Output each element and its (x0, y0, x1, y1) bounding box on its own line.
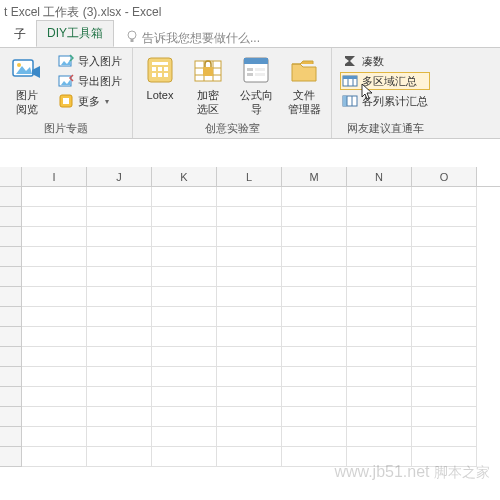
cell[interactable] (217, 447, 282, 467)
cell[interactable] (152, 307, 217, 327)
cell[interactable] (152, 287, 217, 307)
cell[interactable] (22, 347, 87, 367)
cell[interactable] (152, 387, 217, 407)
cell[interactable] (282, 267, 347, 287)
cell[interactable] (412, 327, 477, 347)
col-header-edge[interactable] (0, 167, 22, 186)
file-manager-button[interactable]: 文件 管理器 (285, 52, 323, 118)
cell[interactable] (22, 327, 87, 347)
cell[interactable] (217, 367, 282, 387)
cell[interactable] (282, 247, 347, 267)
cell[interactable] (412, 367, 477, 387)
cell[interactable] (347, 187, 412, 207)
row-header[interactable] (0, 387, 22, 407)
row-header[interactable] (0, 407, 22, 427)
cell[interactable] (152, 207, 217, 227)
lotex-button[interactable]: Lotex (141, 52, 179, 104)
cell[interactable] (22, 367, 87, 387)
col-header[interactable]: J (87, 167, 152, 186)
cell[interactable] (152, 407, 217, 427)
cell[interactable] (412, 187, 477, 207)
tell-me-box[interactable]: 告诉我您想要做什么... (114, 30, 260, 47)
cell[interactable] (217, 227, 282, 247)
cell[interactable] (217, 207, 282, 227)
cell[interactable] (87, 187, 152, 207)
cell[interactable] (152, 187, 217, 207)
row-header[interactable] (0, 247, 22, 267)
row-header[interactable] (0, 347, 22, 367)
cell[interactable] (22, 447, 87, 467)
cell[interactable] (87, 307, 152, 327)
cell[interactable] (217, 347, 282, 367)
cell[interactable] (87, 267, 152, 287)
cell[interactable] (282, 367, 347, 387)
cell[interactable] (347, 207, 412, 227)
cell[interactable] (217, 287, 282, 307)
cell[interactable] (22, 287, 87, 307)
row-header[interactable] (0, 267, 22, 287)
row-header[interactable] (0, 367, 22, 387)
row-header[interactable] (0, 307, 22, 327)
cell[interactable] (87, 207, 152, 227)
cell[interactable] (152, 247, 217, 267)
cell[interactable] (217, 267, 282, 287)
col-header[interactable]: K (152, 167, 217, 186)
cell[interactable] (412, 247, 477, 267)
cell[interactable] (152, 327, 217, 347)
row-header[interactable] (0, 227, 22, 247)
cell[interactable] (347, 287, 412, 307)
cell[interactable] (152, 427, 217, 447)
cell[interactable] (282, 227, 347, 247)
col-header[interactable]: N (347, 167, 412, 186)
cell[interactable] (282, 407, 347, 427)
cell[interactable] (152, 227, 217, 247)
cell[interactable] (412, 287, 477, 307)
cell[interactable] (87, 367, 152, 387)
cell[interactable] (347, 367, 412, 387)
col-header[interactable]: M (282, 167, 347, 186)
cell[interactable] (22, 307, 87, 327)
col-header[interactable]: O (412, 167, 477, 186)
cell[interactable] (22, 387, 87, 407)
cell[interactable] (87, 287, 152, 307)
cell[interactable] (282, 307, 347, 327)
cell[interactable] (347, 387, 412, 407)
cell[interactable] (22, 407, 87, 427)
row-header[interactable] (0, 207, 22, 227)
cell[interactable] (217, 387, 282, 407)
cell[interactable] (22, 427, 87, 447)
cell[interactable] (412, 387, 477, 407)
cell[interactable] (412, 227, 477, 247)
cell[interactable] (347, 227, 412, 247)
import-image-button[interactable]: 导入图片 (56, 52, 124, 70)
cell[interactable] (87, 387, 152, 407)
col-header[interactable]: L (217, 167, 282, 186)
cell[interactable] (22, 207, 87, 227)
column-cumulative-button[interactable]: 各列累计汇总 (340, 92, 430, 110)
cell[interactable] (282, 287, 347, 307)
cell[interactable] (217, 247, 282, 267)
cell[interactable] (22, 227, 87, 247)
cell[interactable] (22, 247, 87, 267)
cell[interactable] (347, 427, 412, 447)
cell[interactable] (87, 407, 152, 427)
cell[interactable] (152, 447, 217, 467)
export-image-button[interactable]: 导出图片 (56, 72, 124, 90)
row-header[interactable] (0, 327, 22, 347)
cell[interactable] (412, 427, 477, 447)
multi-region-summary-button[interactable]: 多区域汇总 (340, 72, 430, 90)
cell[interactable] (217, 407, 282, 427)
cell[interactable] (217, 307, 282, 327)
cell[interactable] (152, 367, 217, 387)
cell[interactable] (282, 387, 347, 407)
cell[interactable] (347, 327, 412, 347)
cell[interactable] (282, 207, 347, 227)
cell[interactable] (347, 247, 412, 267)
cell[interactable] (282, 427, 347, 447)
cell[interactable] (217, 187, 282, 207)
cell[interactable] (412, 407, 477, 427)
row-header[interactable] (0, 187, 22, 207)
cell[interactable] (347, 347, 412, 367)
cell[interactable] (217, 427, 282, 447)
cell[interactable] (347, 407, 412, 427)
